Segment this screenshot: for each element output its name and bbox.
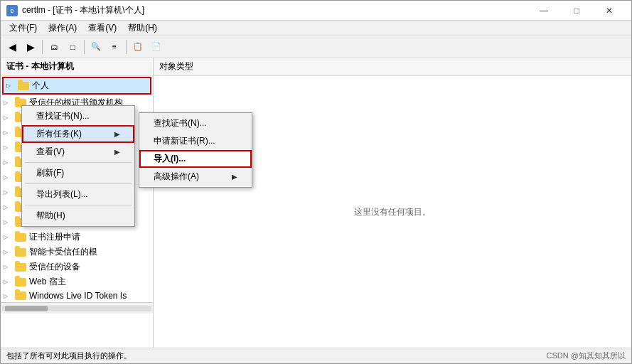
ctx-sep-1: [25, 162, 132, 163]
folder-icon-15: [15, 291, 26, 300]
title-bar-left: c certlm - [证书 - 本地计算机\个人]: [6, 4, 144, 16]
horiz-scrollbar[interactable]: [1, 302, 153, 314]
scrollbar-thumb[interactable]: [5, 306, 48, 311]
tree-label-web-hosting: Web 宿主: [29, 276, 66, 288]
toolbar-up[interactable]: 🗂: [45, 38, 63, 55]
toolbar-sep-1: [42, 40, 43, 54]
minimize-button[interactable]: —: [527, 1, 560, 21]
folder-icon-11: [15, 233, 26, 242]
toolbar-forward[interactable]: ▶: [22, 38, 39, 55]
toolbar-search[interactable]: 🔍: [87, 38, 105, 55]
tree-item-trusted-devices[interactable]: ▷ 受信任的设备: [1, 259, 153, 274]
menu-file[interactable]: 文件(F): [4, 21, 43, 36]
close-button[interactable]: ✕: [593, 1, 626, 21]
ctx-sep-3: [25, 205, 132, 205]
ctx-refresh[interactable]: 刷新(F): [22, 164, 134, 182]
folder-icon-personal: [18, 82, 29, 90]
menu-help[interactable]: 帮助(H): [122, 21, 163, 36]
tree-label-cert-registration: 证书注册申请: [29, 231, 80, 243]
tree-item-web-hosting[interactable]: ▷ Web 宿主: [1, 274, 153, 289]
ctx2-advanced[interactable]: 高级操作(A) ▶: [139, 168, 252, 186]
tree-item-cert-registration[interactable]: ▷ 证书注册申请: [1, 230, 153, 245]
tree-label-personal: 个人: [32, 80, 49, 92]
context-menu-2: 查找证书(N)... 申请新证书(R)... 导入(I)... 高级操作(A) …: [139, 112, 252, 188]
app-icon: c: [6, 5, 18, 16]
toolbar: ◀ ▶ 🗂 □ 🔍 ≡ 📋 📄: [1, 36, 631, 58]
toolbar-sep-2: [84, 40, 85, 54]
right-panel-header: 对象类型: [154, 58, 631, 76]
ctx2-request-cert[interactable]: 申请新证书(R)...: [139, 132, 252, 150]
window-title: certlm - [证书 - 本地计算机\个人]: [22, 4, 144, 16]
toolbar-refresh[interactable]: □: [64, 38, 81, 55]
toolbar-list[interactable]: ≡: [106, 38, 123, 55]
context-menu-1: 查找证书(N)... 所有任务(K) ▶ 查看(V) ▶ 刷新(F) 导出列表(…: [21, 105, 135, 227]
ctx-find-cert[interactable]: 查找证书(N)...: [22, 107, 134, 125]
tree-label-trusted-devices: 受信任的设备: [29, 261, 80, 273]
toolbar-back[interactable]: ◀: [4, 38, 21, 55]
empty-message: 这里没有任何项目。: [354, 206, 431, 218]
ctx2-find-cert[interactable]: 查找证书(N)...: [139, 114, 252, 132]
ctx2-arrow-advanced: ▶: [232, 173, 237, 181]
folder-icon-13: [15, 263, 26, 272]
menu-bar: 文件(F) 操作(A) 查看(V) 帮助(H): [1, 21, 631, 36]
title-controls: — □ ✕: [527, 1, 626, 21]
tree-header: 证书 - 本地计算机: [1, 58, 153, 76]
tree-item-windows-live-id[interactable]: ▷ Windows Live ID Token Is: [1, 289, 153, 302]
status-bar: 包括了所有可对此项目执行的操作。 CSDN @知其知其所以: [1, 348, 631, 363]
toolbar-cert[interactable]: 📋: [129, 38, 146, 55]
arrow-personal: ▷: [6, 82, 18, 89]
ctx-sep-2: [25, 183, 132, 184]
ctx-help[interactable]: 帮助(H): [22, 207, 134, 225]
maximize-button[interactable]: □: [560, 1, 593, 21]
ctx2-import[interactable]: 导入(I)...: [139, 150, 252, 168]
ctx-arrow-view: ▶: [114, 148, 120, 156]
tree-label-smartcard-root: 智能卡受信任的根: [29, 246, 97, 258]
status-watermark: CSDN @知其知其所以: [547, 350, 626, 361]
title-bar: c certlm - [证书 - 本地计算机\个人] — □ ✕: [1, 1, 631, 21]
ctx-all-tasks[interactable]: 所有任务(K) ▶: [22, 125, 134, 143]
ctx-export[interactable]: 导出列表(L)...: [22, 186, 134, 203]
toolbar-extra[interactable]: 📄: [148, 38, 165, 55]
ctx-arrow-tasks: ▶: [114, 130, 120, 138]
tree-label-windows-live-id: Windows Live ID Token Is: [29, 291, 127, 301]
menu-action[interactable]: 操作(A): [43, 21, 82, 36]
scrollbar-track: [2, 306, 151, 311]
folder-icon-14: [15, 278, 26, 287]
menu-view[interactable]: 查看(V): [82, 21, 122, 36]
status-text: 包括了所有可对此项目执行的操作。: [6, 350, 132, 361]
toolbar-sep-3: [126, 40, 127, 54]
folder-icon-12: [15, 248, 26, 257]
right-panel: 对象类型 这里没有任何项目。: [154, 58, 631, 348]
ctx-view[interactable]: 查看(V) ▶: [22, 143, 134, 161]
tree-item-personal[interactable]: ▷ 个人: [2, 77, 151, 95]
tree-item-smartcard-root[interactable]: ▷ 智能卡受信任的根: [1, 245, 153, 259]
